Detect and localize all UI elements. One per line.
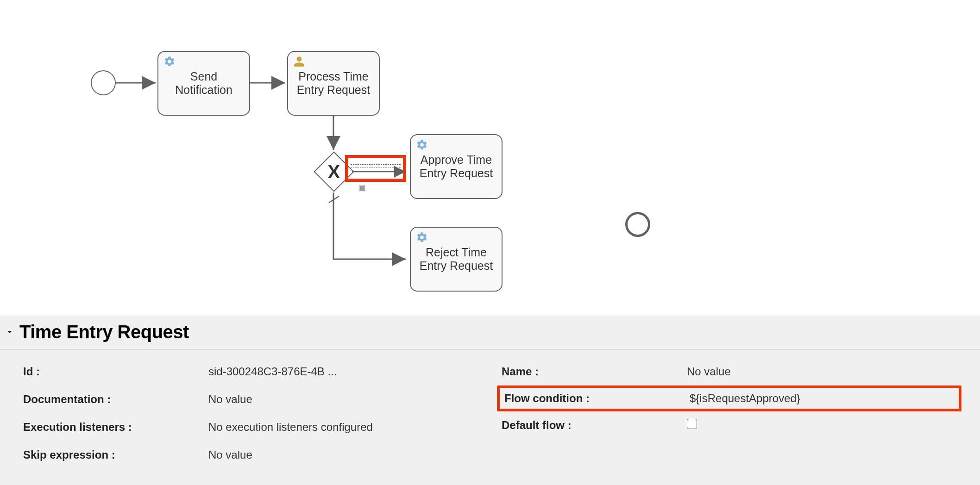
prop-row-default-flow[interactable]: Default flow : xyxy=(502,411,961,439)
svg-rect-1 xyxy=(361,186,363,191)
panel-col-left: Id : sid-300248C3-876E-4B ... Documentat… xyxy=(23,358,483,469)
prop-row-skip-expression[interactable]: Skip expression : No value xyxy=(23,441,483,469)
prop-value: No execution listeners configured xyxy=(208,421,483,434)
panel-body: Id : sid-300248C3-876E-4B ... Documentat… xyxy=(0,349,980,469)
gear-icon xyxy=(415,139,428,152)
task-label: Process Time Entry Request xyxy=(297,70,370,97)
prop-label: Default flow : xyxy=(502,419,687,432)
panel-header[interactable]: Time Entry Request xyxy=(0,315,980,349)
panel-title: Time Entry Request xyxy=(19,322,189,342)
chevron-down-icon xyxy=(5,327,15,340)
gateway-marker: X xyxy=(328,162,340,182)
start-event[interactable] xyxy=(91,70,116,95)
bpmn-canvas[interactable]: Send Notification Process Time Entry Req… xyxy=(0,0,980,315)
task-reject-time-entry[interactable]: Reject Time Entry Request xyxy=(410,227,503,292)
prop-label: Documentation : xyxy=(23,393,208,406)
task-label: Approve Time Entry Request xyxy=(420,153,493,180)
task-approve-time-entry[interactable]: Approve Time Entry Request xyxy=(410,134,503,199)
prop-row-name[interactable]: Name : No value xyxy=(502,358,961,386)
svg-rect-0 xyxy=(359,186,361,191)
svg-rect-2 xyxy=(364,186,365,191)
default-flow-checkbox[interactable] xyxy=(687,419,961,432)
prop-value: No value xyxy=(208,448,483,461)
task-process-time-entry[interactable]: Process Time Entry Request xyxy=(287,51,380,116)
drag-handle-icon[interactable] xyxy=(357,183,367,195)
panel-col-right: Name : No value Flow condition : ${isReq… xyxy=(502,358,961,469)
selected-flow-highlight xyxy=(345,155,406,182)
prop-label: Flow condition : xyxy=(504,392,690,405)
prop-label: Id : xyxy=(23,365,208,378)
prop-row-flow-condition[interactable]: Flow condition : ${isRequestApproved} xyxy=(497,386,961,411)
gear-icon xyxy=(415,231,428,244)
prop-value: No value xyxy=(208,393,483,406)
user-icon xyxy=(293,56,306,68)
task-send-notification[interactable]: Send Notification xyxy=(157,51,250,116)
end-event[interactable] xyxy=(625,212,650,237)
exclusive-gateway[interactable]: X xyxy=(320,157,348,186)
prop-value: ${isRequestApproved} xyxy=(690,392,959,405)
prop-label: Name : xyxy=(502,365,687,378)
prop-label: Skip expression : xyxy=(23,448,208,461)
task-label: Reject Time Entry Request xyxy=(420,246,493,273)
prop-value: sid-300248C3-876E-4B ... xyxy=(208,365,483,378)
prop-row-id[interactable]: Id : sid-300248C3-876E-4B ... xyxy=(23,358,483,386)
prop-row-documentation[interactable]: Documentation : No value xyxy=(23,386,483,413)
gear-icon xyxy=(163,56,176,68)
prop-row-execution-listeners[interactable]: Execution listeners : No execution liste… xyxy=(23,413,483,441)
svg-line-7 xyxy=(329,196,339,203)
selected-flow-dotted xyxy=(351,164,401,168)
task-label: Send Notification xyxy=(175,70,232,97)
prop-label: Execution listeners : xyxy=(23,421,208,434)
properties-panel: Time Entry Request Id : sid-300248C3-876… xyxy=(0,315,980,485)
prop-value: No value xyxy=(687,365,961,378)
